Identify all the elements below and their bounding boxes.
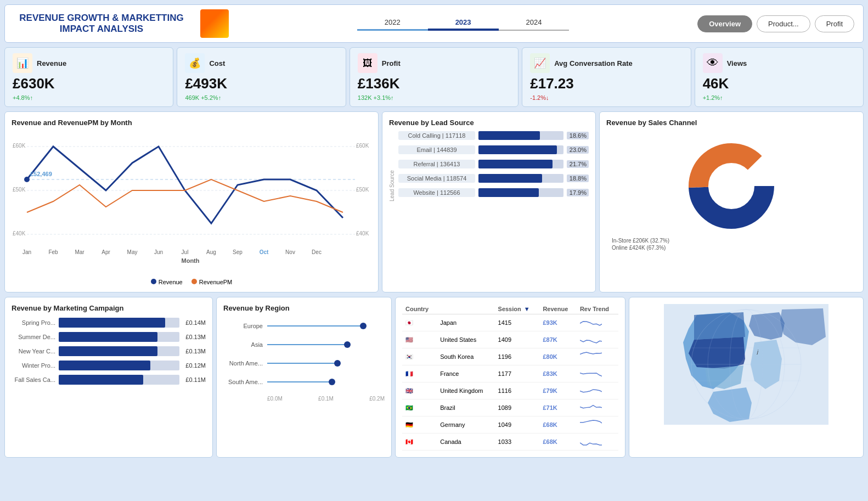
- col-revenue: Revenue: [539, 304, 577, 314]
- kpi-cost: 💰 Cost £493K 469K +5.2%↑: [177, 47, 346, 107]
- trend-sparkline: [577, 365, 618, 382]
- svg-text:Jun: Jun: [154, 249, 163, 255]
- kpi-revenue: 📊 Revenue £630K +4.8%↑: [4, 47, 173, 107]
- campaign-title: Revenue by Marketing Campaign: [12, 304, 206, 312]
- country-flag: 🇧🇷: [402, 399, 437, 416]
- tab-2024[interactable]: 2024: [499, 15, 570, 30]
- table-row: 🇺🇸 United States 1409 £87K: [402, 331, 618, 348]
- revenue-value: £68K: [539, 416, 577, 434]
- country-flag: 🇺🇸: [402, 331, 437, 348]
- svg-point-27: [709, 164, 753, 208]
- revenue-value: £93K: [539, 314, 577, 331]
- world-map-panel: j: [629, 297, 864, 458]
- region-chart: Revenue by Region Europe Asia: [216, 297, 392, 458]
- nav-profit[interactable]: Profit: [815, 15, 854, 32]
- country-flag: 🇨🇦: [402, 434, 437, 451]
- country-name: France: [437, 365, 494, 382]
- country-name: Canada: [437, 434, 494, 451]
- revenue-line-chart: Revenue and RevenuePM by Month £60K £50K…: [4, 111, 379, 292]
- svg-text:Apr: Apr: [102, 249, 110, 255]
- svg-text:£40K: £40K: [356, 230, 369, 237]
- region-south-america: South Ame...: [223, 377, 385, 387]
- country-name: United States: [437, 331, 494, 348]
- country-flag: 🇰🇷: [402, 348, 437, 365]
- lead-bar-website: Website | 112566 17.9%: [398, 188, 589, 197]
- table-row: 🇫🇷 France 1177 £83K: [402, 365, 618, 382]
- campaign-newyear: New Year C... £0.13M: [12, 346, 206, 356]
- svg-text:£40K: £40K: [13, 230, 26, 237]
- world-map: j: [636, 304, 856, 425]
- revenue-value: £80K: [539, 348, 577, 365]
- region-europe: Europe: [223, 321, 385, 331]
- session-value: 1116: [495, 382, 540, 399]
- country-name: Germany: [437, 416, 494, 434]
- lead-bar-referral: Referral | 136413 21.7%: [398, 160, 589, 168]
- campaign-winter: Winter Pro... £0.12M: [12, 361, 206, 370]
- col-trend: Rev Trend: [577, 304, 618, 314]
- kpi-avg-rate: 📈 Avg Conversation Rate £17.23 -1.2%↓: [522, 47, 691, 107]
- lead-source-axis-label: Lead Source: [389, 131, 395, 241]
- lead-source-chart: Revenue by Lead Source Lead Source Cold …: [382, 111, 596, 292]
- table-row: 🇰🇷 South Korea 1196 £80K: [402, 348, 618, 365]
- svg-text:£50K: £50K: [356, 187, 369, 193]
- campaign-fall: Fall Sales Ca... £0.11M: [12, 375, 206, 385]
- svg-text:£60K: £60K: [356, 143, 369, 149]
- kpi-views: 👁 Views 46K +1.2%↑: [695, 47, 864, 107]
- session-value: 1409: [495, 331, 540, 348]
- revenue-value: £87K: [539, 331, 577, 348]
- page-title: REVENUE GROWTH & MARKETTING IMPACT ANALY…: [14, 13, 189, 35]
- region-north-america: North Ame...: [223, 358, 385, 368]
- donut-chart: [682, 137, 781, 235]
- country-table-panel: Country Session ▼ Revenue Rev Trend 🇯🇵 J…: [395, 297, 625, 458]
- tab-2023[interactable]: 2023: [428, 15, 499, 30]
- logo: [200, 9, 229, 38]
- svg-text:Dec: Dec: [312, 249, 322, 255]
- session-value: 1033: [495, 434, 540, 451]
- svg-text:Jan: Jan: [22, 249, 31, 255]
- lead-source-title: Revenue by Lead Source: [389, 119, 589, 127]
- views-icon: 👁: [703, 53, 723, 73]
- charts-row-2: Revenue by Marketing Campaign Spring Pro…: [4, 297, 864, 458]
- nav-overview[interactable]: Overview: [697, 15, 752, 32]
- trend-sparkline: [577, 314, 618, 331]
- kpi-profit: 🖼 Profit £136K 132K +3.1%↑: [350, 47, 518, 107]
- country-name: South Korea: [437, 348, 494, 365]
- online-label: In-Store £206K (32.7%): [606, 238, 856, 244]
- table-row: 🇧🇷 Brazil 1089 £71K: [402, 399, 618, 416]
- trend-sparkline: [577, 331, 618, 348]
- revenue-chart-title: Revenue and RevenuePM by Month: [12, 119, 371, 127]
- revenue-svg: £60K £50K £40K £60K £50K £40K £52,4: [12, 131, 371, 274]
- svg-text:Oct: Oct: [260, 249, 269, 255]
- profit-icon: 🖼: [358, 53, 377, 73]
- table-row: 🇩🇪 Germany 1049 £68K: [402, 416, 618, 434]
- header: REVENUE GROWTH & MARKETTING IMPACT ANALY…: [4, 4, 864, 43]
- year-tabs: 2022 2023 2024: [240, 15, 686, 33]
- svg-text:Jul: Jul: [182, 249, 189, 255]
- nav-buttons: Overview Product... Profit: [697, 15, 854, 32]
- region-asia: Asia: [223, 340, 385, 350]
- instore-label: Online £424K (67.3%): [606, 245, 856, 251]
- dashboard: REVENUE GROWTH & MARKETTING IMPACT ANALY…: [0, 0, 868, 501]
- svg-point-10: [24, 177, 30, 182]
- tab-2022[interactable]: 2022: [357, 15, 428, 30]
- revenue-icon: 📊: [13, 53, 32, 73]
- svg-text:£60K: £60K: [13, 143, 26, 149]
- country-flag: 🇯🇵: [402, 314, 437, 331]
- session-value: 1049: [495, 416, 540, 434]
- svg-text:Aug: Aug: [206, 249, 216, 255]
- col-country: Country: [402, 304, 437, 314]
- avg-rate-icon: 📈: [530, 53, 550, 73]
- nav-product[interactable]: Product...: [757, 15, 810, 32]
- country-flag: 🇫🇷: [402, 365, 437, 382]
- svg-text:Sep: Sep: [233, 249, 243, 255]
- session-value: 1196: [495, 348, 540, 365]
- cost-icon: 💰: [185, 53, 205, 73]
- trend-sparkline: [577, 382, 618, 399]
- sales-channel-chart: Revenue by Sales Channel In-Store £206K …: [599, 111, 864, 292]
- country-table: Country Session ▼ Revenue Rev Trend 🇯🇵 J…: [402, 304, 618, 451]
- kpi-row: 📊 Revenue £630K +4.8%↑ 💰 Cost £493K 469K…: [4, 47, 864, 107]
- revenue-value: £83K: [539, 365, 577, 382]
- trend-sparkline: [577, 348, 618, 365]
- svg-text:Feb: Feb: [48, 249, 58, 255]
- charts-row-1: Revenue and RevenuePM by Month £60K £50K…: [4, 111, 864, 292]
